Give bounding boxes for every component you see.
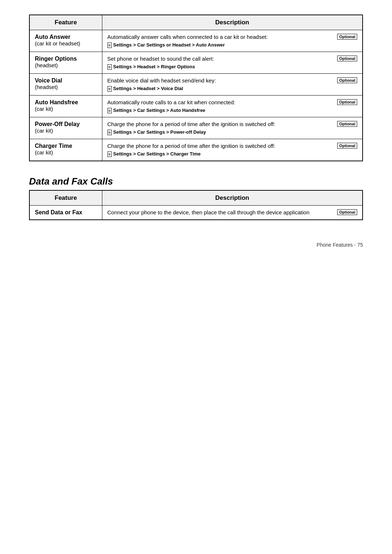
desc-path: ⎋ Settings > Car Settings or Headset > A… [107,42,358,48]
feature-cell-voice-dial: Voice Dial (headset) [29,74,102,96]
section2: Data and Fax Calls Feature Description S… [29,176,363,220]
feature-name: Power-Off Delay [35,121,97,128]
menu-icon: ⎋ [107,108,112,113]
table-row: Voice Dial (headset) Optional Enable voi… [29,74,363,96]
desc-wrapper: Optional Charge the phone for a period o… [107,143,358,157]
page-footer: Phone Features - 75 [29,242,363,248]
desc-path: ⎋ Settings > Headset > Ringer Options [107,64,358,70]
optional-badge: Optional [337,34,357,40]
feature-sub: (headset) [35,84,58,90]
feature-cell-send-data: Send Data or Fax [29,206,102,220]
desc-wrapper: Optional Automatically answer calls when… [107,34,358,48]
table-row: Ringer Options (headset) Optional Set ph… [29,52,363,74]
feature-name: Voice Dial [35,77,97,84]
feature-cell-ringer-options: Ringer Options (headset) [29,52,102,74]
feature-cell-auto-handsfree: Auto Handsfree (car kit) [29,96,102,117]
desc-text: Charge the phone for a period of time af… [107,121,332,127]
optional-badge: Optional [337,209,357,215]
table-row: Charger Time (car kit) Optional Charge t… [29,139,363,161]
optional-badge: Optional [337,121,357,127]
desc-wrapper: Optional Automatically route calls to a … [107,99,358,113]
desc-text: Automatically answer calls when connecte… [107,34,332,40]
desc-cell-auto-handsfree: Optional Automatically route calls to a … [102,96,363,117]
page-content: Feature Description Auto Answer (car kit… [29,15,363,248]
optional-badge: Optional [337,56,357,61]
col-header-description-1: Description [102,15,363,30]
desc-cell-auto-answer: Optional Automatically answer calls when… [102,30,363,52]
desc-cell-charger-time: Optional Charge the phone for a period o… [102,139,363,161]
desc-text: Enable voice dial with headset send/end … [107,77,332,84]
desc-wrapper: Optional Enable voice dial with headset … [107,77,358,92]
desc-wrapper: Optional Charge the phone for a period o… [107,121,358,135]
feature-sub: (car kit) [35,106,53,112]
optional-badge: Optional [337,77,357,83]
feature-name: Charger Time [35,143,97,149]
feature-name: Auto Answer [35,34,97,40]
desc-cell-power-off-delay: Optional Charge the phone for a period o… [102,117,363,139]
table-row: Send Data or Fax Optional Connect your p… [29,206,363,220]
desc-path: ⎋ Settings > Car Settings > Auto Handsfr… [107,108,358,113]
col-header-feature-1: Feature [29,15,102,30]
desc-path: ⎋ Settings > Headset > Voice Dial [107,86,358,92]
menu-icon: ⎋ [107,130,112,135]
section2-heading: Data and Fax Calls [29,176,363,187]
desc-text: Automatically route calls to a car kit w… [107,99,332,105]
col-header-feature-2: Feature [29,190,102,206]
desc-text: Charge the phone for a period of time af… [107,143,332,149]
desc-cell-send-data: Optional Connect your phone to the devic… [102,206,363,220]
feature-cell-auto-answer: Auto Answer (car kit or headset) [29,30,102,52]
desc-wrapper: Optional Connect your phone to the devic… [107,209,358,215]
feature-name: Ringer Options [35,56,97,62]
optional-badge: Optional [337,99,357,105]
optional-badge: Optional [337,143,357,149]
feature-name: Auto Handsfree [35,99,97,106]
desc-path: ⎋ Settings > Car Settings > Power-off De… [107,129,358,135]
feature-sub: (headset) [35,62,58,68]
menu-icon: ⎋ [107,151,112,157]
desc-cell-ringer-options: Optional Set phone or headset to sound t… [102,52,363,74]
desc-wrapper: Optional Set phone or headset to sound t… [107,56,358,70]
table-row: Auto Handsfree (car kit) Optional Automa… [29,96,363,117]
feature-name: Send Data or Fax [35,209,97,216]
feature-cell-power-off-delay: Power-Off Delay (car kit) [29,117,102,139]
menu-icon: ⎋ [107,43,112,48]
desc-text: Connect your phone to the device, then p… [107,209,332,215]
table-row: Power-Off Delay (car kit) Optional Charg… [29,117,363,139]
footer-text: Phone Features - 75 [317,242,363,248]
desc-cell-voice-dial: Optional Enable voice dial with headset … [102,74,363,96]
desc-path: ⎋ Settings > Car Settings > Charger Time [107,151,358,157]
features-table-1: Feature Description Auto Answer (car kit… [29,15,363,161]
menu-icon: ⎋ [107,86,112,92]
desc-text: Set phone or headset to sound the call a… [107,56,332,62]
col-header-description-2: Description [102,190,363,206]
table-row: Auto Answer (car kit or headset) Optiona… [29,30,363,52]
menu-icon: ⎋ [107,64,112,70]
feature-sub: (car kit) [35,128,53,134]
feature-sub: (car kit) [35,149,53,155]
feature-sub: (car kit or headset) [35,40,80,46]
feature-cell-charger-time: Charger Time (car kit) [29,139,102,161]
features-table-2: Feature Description Send Data or Fax Opt… [29,190,363,220]
